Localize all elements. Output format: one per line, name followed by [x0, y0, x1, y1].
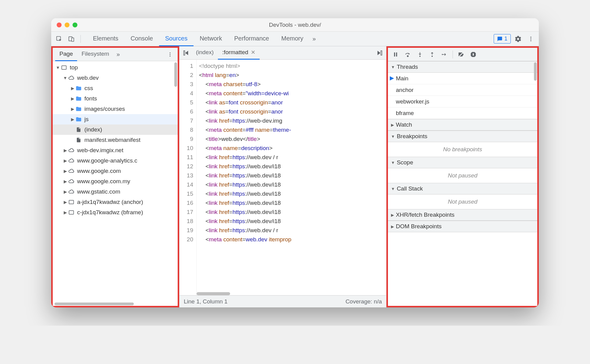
cloud-icon [68, 157, 75, 164]
tree-item[interactable]: ▶c-jdx1q7kwadwz (bframe) [53, 207, 178, 218]
editor-scrollbar-horizontal[interactable] [197, 292, 230, 295]
tree-item-label: web-dev.imgix.net [77, 147, 123, 154]
scrollbar-horizontal[interactable] [55, 303, 134, 305]
minimize-window-button[interactable] [65, 23, 69, 27]
nav-forward-icon[interactable] [374, 47, 385, 58]
code-editor[interactable]: 1234567891011121314151617181920 <!doctyp… [179, 60, 386, 295]
expand-arrow-icon[interactable]: ▶ [63, 189, 67, 194]
kebab-menu-icon[interactable] [525, 33, 536, 44]
expand-arrow-icon[interactable]: ▶ [70, 117, 75, 122]
section-header-scope[interactable]: ▼Scope [388, 157, 537, 168]
scrollbar-vertical[interactable] [534, 62, 537, 81]
folder-icon [75, 106, 82, 112]
tree-item-label: c-jdx1q7kwadwz (bframe) [77, 209, 143, 216]
tree-item[interactable]: ▶web-dev.imgix.net [53, 145, 178, 156]
section-header-threads[interactable]: ▼Threads [388, 61, 537, 73]
code-content[interactable]: <!doctype html><html lang=en> <meta char… [197, 60, 386, 295]
navigator-kebab-icon[interactable] [165, 52, 175, 57]
expand-arrow-icon[interactable]: ▶ [70, 107, 75, 111]
expand-arrow-icon[interactable]: ▶ [63, 148, 67, 153]
tab-sources[interactable]: Sources [159, 32, 194, 46]
issues-button[interactable]: 1 [494, 34, 511, 44]
expand-arrow-icon[interactable]: ▼ [56, 65, 60, 70]
thread-item[interactable]: bframe [388, 107, 537, 119]
thread-item[interactable]: webworker.js [388, 96, 537, 107]
thread-item[interactable]: anchor [388, 84, 537, 96]
folder-icon [75, 85, 82, 92]
line-gutter: 1234567891011121314151617181920 [179, 60, 197, 295]
editor-tab[interactable]: (index) [192, 46, 218, 60]
tab-console[interactable]: Console [124, 32, 159, 46]
debugger-panel: ▼ThreadsMainanchorwebworker.jsbframe▶Wat… [386, 46, 539, 307]
navigator-tab-filesystem[interactable]: Filesystem [77, 48, 113, 61]
nav-back-icon[interactable] [181, 47, 192, 58]
expand-arrow-icon[interactable]: ▶ [63, 158, 67, 163]
expand-arrow-icon[interactable]: ▶ [63, 200, 67, 205]
thread-item[interactable]: Main [388, 73, 537, 84]
svg-rect-12 [184, 51, 185, 55]
section-placeholder: Not paused [388, 194, 537, 209]
tree-item-label: (index) [84, 126, 102, 133]
tree-item[interactable]: ▶a-jdx1q7kwadwz (anchor) [53, 197, 178, 207]
section-header-dom[interactable]: ▶DOM Breakpoints [388, 221, 537, 232]
cloud-icon [68, 178, 75, 185]
tree-item[interactable]: ▼web.dev [53, 73, 178, 83]
navigator-tab-page[interactable]: Page [55, 48, 77, 61]
step-into-icon[interactable] [414, 49, 426, 60]
tree-item[interactable]: ▶www.google.com.my [53, 176, 178, 187]
tree-item[interactable]: ▶css [53, 83, 178, 93]
expand-arrow-icon[interactable]: ▼ [63, 75, 67, 80]
tree-item[interactable]: ▶images/courses [53, 104, 178, 114]
section-header-breakpoints[interactable]: ▼Breakpoints [388, 131, 537, 142]
section-header-watch[interactable]: ▶Watch [388, 119, 537, 131]
tree-item[interactable]: manifest.webmanifest [53, 135, 178, 145]
tab-elements[interactable]: Elements [87, 32, 124, 46]
pause-icon[interactable] [390, 49, 401, 60]
close-tab-icon[interactable]: ✕ [251, 49, 255, 56]
tree-item[interactable]: (index) [53, 124, 178, 135]
tab-performance[interactable]: Performance [228, 32, 275, 46]
tree-item-label: css [84, 85, 93, 92]
tab-memory[interactable]: Memory [275, 32, 309, 46]
step-over-icon[interactable] [402, 49, 414, 60]
section-label: Breakpoints [397, 133, 427, 140]
pause-on-exceptions-icon[interactable] [467, 49, 479, 60]
section-header-xhr[interactable]: ▶XHR/fetch Breakpoints [388, 209, 537, 221]
svg-point-3 [530, 37, 531, 37]
tree-item[interactable]: ▼top [53, 62, 178, 73]
section-header-callstack[interactable]: ▼Call Stack [388, 183, 537, 194]
tree-item[interactable]: ▶www.google-analytics.c [53, 156, 178, 166]
svg-point-18 [432, 55, 433, 57]
zoom-window-button[interactable] [73, 23, 77, 27]
editor-statusbar: Line 1, Column 1 Coverage: n/a [179, 295, 386, 307]
tree-item[interactable]: ▶www.gstatic.com [53, 187, 178, 197]
more-tabs-chevron-icon[interactable]: » [309, 35, 319, 42]
file-icon [75, 137, 82, 143]
section-arrow-icon: ▼ [391, 134, 395, 139]
navigator-tabs: PageFilesystem» [53, 48, 178, 61]
navigator-more-chevron-icon[interactable]: » [113, 51, 123, 58]
scrollbar-vertical[interactable] [174, 62, 177, 87]
close-window-button[interactable] [57, 23, 62, 27]
settings-gear-icon[interactable] [513, 33, 524, 44]
device-toggle-icon[interactable] [66, 33, 77, 44]
expand-arrow-icon[interactable]: ▶ [63, 210, 67, 215]
inspect-element-icon[interactable] [54, 33, 65, 44]
tab-network[interactable]: Network [194, 32, 228, 46]
step-out-icon[interactable] [426, 49, 438, 60]
debugger-toolbar [388, 48, 537, 61]
expand-arrow-icon[interactable]: ▶ [63, 179, 67, 184]
coverage-status: Coverage: n/a [346, 298, 382, 305]
expand-arrow-icon[interactable]: ▶ [63, 169, 67, 173]
deactivate-breakpoints-icon[interactable] [455, 49, 467, 60]
separator [453, 51, 453, 58]
titlebar: DevTools - web.dev/ [51, 18, 539, 32]
editor-tab[interactable]: :formatted✕ [218, 46, 260, 60]
svg-rect-14 [394, 52, 395, 56]
tree-item[interactable]: ▶fonts [53, 93, 178, 104]
expand-arrow-icon[interactable]: ▶ [70, 86, 75, 91]
tree-item[interactable]: ▶www.google.com [53, 166, 178, 176]
expand-arrow-icon[interactable]: ▶ [70, 96, 75, 101]
tree-item[interactable]: ▶js [53, 114, 178, 124]
step-icon[interactable] [439, 49, 450, 60]
